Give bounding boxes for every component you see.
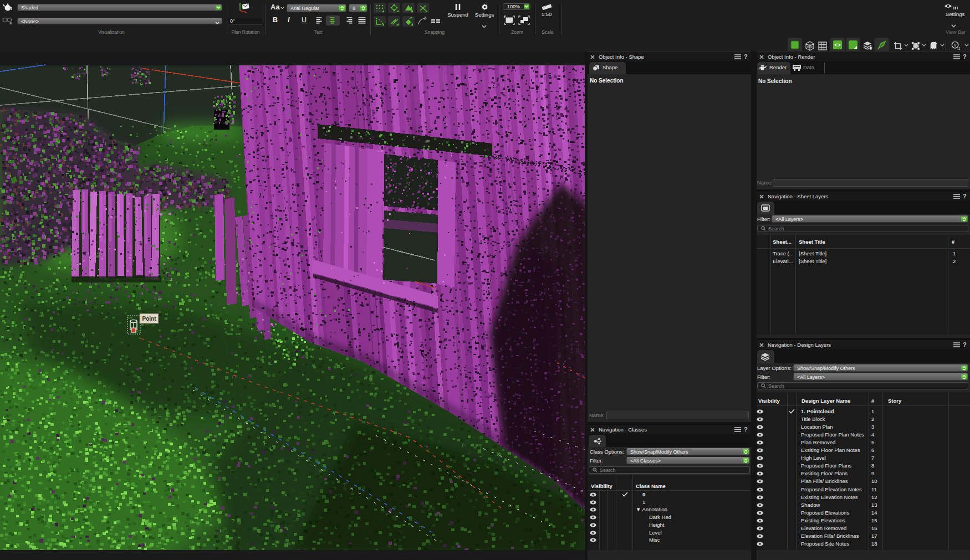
svg-text:V: V bbox=[954, 43, 957, 48]
svg-text:Point: Point bbox=[142, 316, 157, 322]
